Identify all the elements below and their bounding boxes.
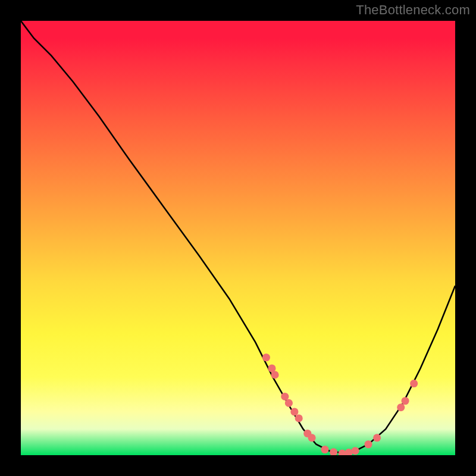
chart-frame: TheBottleneck.com — [0, 0, 476, 476]
scatter-dot — [373, 434, 381, 441]
scatter-dot — [410, 380, 418, 387]
scatter-dot — [281, 393, 289, 400]
chart-svg — [21, 21, 455, 455]
scatter-dot — [295, 414, 303, 422]
scatter-dot — [401, 397, 409, 405]
scatter-dot — [397, 403, 405, 411]
scatter-dot — [285, 399, 293, 407]
scatter-dot — [262, 353, 270, 361]
scatter-dot — [271, 371, 278, 378]
scatter-dot — [290, 408, 298, 415]
scatter-dot — [345, 449, 353, 455]
scatter-dot — [364, 440, 372, 448]
scatter-dot — [330, 448, 337, 455]
scatter-dot — [308, 434, 316, 441]
watermark-text: TheBottleneck.com — [356, 2, 470, 18]
scatter-dots — [262, 353, 418, 455]
scatter-dot — [321, 446, 328, 453]
bottleneck-curve — [21, 21, 455, 453]
plot-area — [21, 21, 455, 455]
scatter-dot — [352, 447, 359, 455]
